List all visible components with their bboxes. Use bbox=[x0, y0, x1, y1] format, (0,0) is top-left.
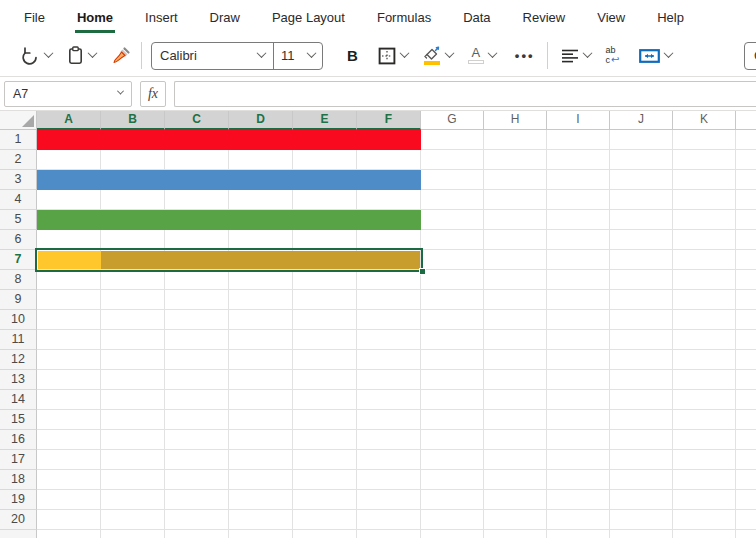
fill-handle[interactable] bbox=[419, 268, 426, 275]
alignment-button[interactable] bbox=[557, 45, 595, 67]
sheet: ABCDEFGHIJK 1234567891011121314151617181… bbox=[0, 111, 756, 538]
font-name-chevron-icon bbox=[257, 48, 267, 58]
font-name-select[interactable]: Calibri bbox=[152, 43, 274, 69]
borders-dropdown-chevron-icon[interactable] bbox=[399, 48, 409, 58]
toolbar-separator-2 bbox=[547, 42, 548, 69]
font-color-icon: A bbox=[468, 47, 484, 64]
font-size-value: 11 bbox=[281, 48, 308, 63]
more-font-options-button[interactable]: ••• bbox=[515, 48, 535, 63]
wrap-text-button[interactable]: ab c ↩ bbox=[602, 43, 624, 68]
font-color-letter: A bbox=[472, 47, 481, 59]
paste-button[interactable] bbox=[63, 43, 100, 68]
borders-button[interactable] bbox=[374, 44, 412, 68]
fill-color-icon bbox=[423, 46, 441, 65]
font-color-swatch bbox=[468, 60, 484, 64]
tab-review[interactable]: Review bbox=[507, 0, 582, 35]
number-format-select[interactable]: G bbox=[744, 42, 756, 70]
tab-home[interactable]: Home bbox=[61, 0, 129, 35]
tab-data[interactable]: Data bbox=[447, 0, 506, 35]
tab-page-layout[interactable]: Page Layout bbox=[256, 0, 361, 35]
format-painter-button[interactable] bbox=[107, 43, 135, 68]
format-painter-icon bbox=[111, 46, 131, 65]
toolbar: Calibri 11 B bbox=[0, 35, 756, 77]
align-icon bbox=[561, 48, 579, 64]
wrap-text-icon: ab c ↩ bbox=[606, 46, 620, 65]
borders-icon bbox=[378, 47, 396, 65]
font-group: Calibri 11 bbox=[151, 42, 323, 70]
fill-row5-a-f bbox=[37, 210, 421, 230]
toolbar-separator bbox=[141, 42, 142, 69]
tab-insert[interactable]: Insert bbox=[129, 0, 194, 35]
merge-cells-icon bbox=[639, 48, 660, 64]
undo-dropdown-chevron-icon[interactable] bbox=[44, 48, 54, 58]
merge-dropdown-chevron-icon[interactable] bbox=[664, 48, 674, 58]
tab-draw[interactable]: Draw bbox=[194, 0, 256, 35]
bold-button[interactable]: B bbox=[341, 45, 364, 66]
font-color-button[interactable]: A bbox=[464, 44, 500, 67]
fill-row1-a-f bbox=[37, 130, 421, 150]
font-size-chevron-icon bbox=[307, 48, 317, 58]
tab-formulas[interactable]: Formulas bbox=[361, 0, 447, 35]
menu-bar: FileHomeInsertDrawPage LayoutFormulasDat… bbox=[0, 0, 756, 35]
undo-button[interactable] bbox=[16, 43, 56, 68]
fill-color-button[interactable] bbox=[419, 43, 457, 68]
tab-help[interactable]: Help bbox=[641, 0, 700, 35]
wrap-return-arrow-icon: ↩ bbox=[611, 55, 619, 65]
paste-dropdown-chevron-icon[interactable] bbox=[88, 48, 98, 58]
fill-color-swatch bbox=[424, 61, 440, 65]
font-size-select[interactable]: 11 bbox=[274, 43, 322, 69]
merge-center-button[interactable] bbox=[635, 45, 676, 67]
fills-overlay bbox=[0, 111, 756, 538]
font-name-value: Calibri bbox=[160, 48, 258, 63]
undo-icon bbox=[20, 46, 40, 65]
fill-color-dropdown-chevron-icon[interactable] bbox=[444, 48, 454, 58]
tab-view[interactable]: View bbox=[581, 0, 641, 35]
insert-function-button[interactable]: fx bbox=[140, 81, 166, 107]
fill-row3-a-f bbox=[37, 170, 421, 190]
wrap-text-bottom: c bbox=[606, 56, 611, 65]
name-box[interactable]: A7 bbox=[4, 81, 132, 107]
font-color-dropdown-chevron-icon[interactable] bbox=[487, 48, 497, 58]
menu-tabs: FileHomeInsertDrawPage LayoutFormulasDat… bbox=[8, 0, 700, 35]
alignment-dropdown-chevron-icon[interactable] bbox=[582, 48, 592, 58]
formula-bar: A7 fx bbox=[0, 77, 756, 111]
name-box-chevron-icon bbox=[117, 87, 124, 94]
clipboard-icon bbox=[67, 46, 84, 65]
selection-box bbox=[35, 248, 423, 272]
formula-input[interactable] bbox=[174, 81, 756, 107]
tab-file[interactable]: File bbox=[8, 0, 61, 35]
name-box-value: A7 bbox=[13, 87, 118, 101]
